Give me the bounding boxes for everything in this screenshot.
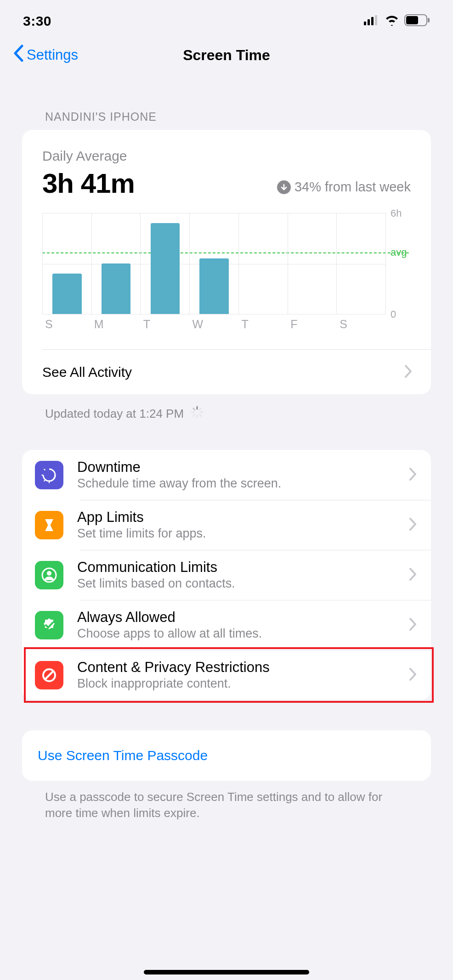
xtick: W (190, 318, 239, 331)
svg-rect-2 (371, 17, 374, 25)
chevron-right-icon (409, 567, 417, 583)
content-privacy-row[interactable]: Content & Privacy RestrictionsBlock inap… (35, 650, 431, 700)
page-title: Screen Time (0, 47, 453, 64)
svg-line-19 (44, 469, 45, 470)
row-subtitle: Set time limits for apps. (77, 526, 395, 541)
row-subtitle: Block inappropriate content. (77, 677, 395, 691)
updated-text: Updated today at 1:24 PM (45, 407, 184, 421)
row-title: Communication Limits (77, 559, 395, 576)
row-text: App LimitsSet time limits for apps. (77, 509, 395, 541)
svg-rect-6 (428, 18, 430, 22)
bar (199, 258, 228, 314)
svg-rect-1 (368, 19, 370, 25)
content-privacy-icon (35, 661, 63, 689)
svg-rect-5 (406, 16, 418, 24)
row-text: DowntimeSchedule time away from the scre… (77, 459, 395, 491)
row-subtitle: Schedule time away from the screen. (77, 476, 395, 491)
row-title: Downtime (77, 459, 395, 476)
xtick: M (91, 318, 141, 331)
status-icons (364, 14, 430, 28)
trend-block: 34% from last week (277, 179, 411, 199)
row-text: Communication LimitsSet limits based on … (77, 559, 395, 591)
svg-line-10 (199, 414, 201, 416)
arrow-down-icon (277, 180, 291, 194)
always-allowed-icon (35, 611, 63, 639)
svg-line-23 (45, 671, 53, 679)
row-text: Content & Privacy RestrictionsBlock inap… (77, 659, 395, 691)
xtick: T (141, 318, 190, 331)
always-allowed-row[interactable]: Always AllowedChoose apps to allow at al… (35, 600, 431, 650)
row-subtitle: Set limits based on contacts. (77, 577, 395, 591)
bar-slot (336, 213, 386, 314)
trend-text: 34% from last week (294, 179, 411, 195)
row-subtitle: Choose apps to allow at all times. (77, 627, 395, 641)
chevron-right-icon (409, 667, 417, 683)
chevron-right-icon (409, 517, 417, 533)
bar-slot (189, 213, 238, 314)
passcode-footer: Use a passcode to secure Screen Time set… (22, 781, 431, 821)
spinner-icon (190, 405, 204, 422)
status-bar: 3:30 (0, 0, 453, 37)
svg-point-21 (47, 571, 51, 576)
bar (102, 263, 130, 314)
chevron-right-icon (409, 467, 417, 483)
status-time: 3:30 (23, 13, 51, 29)
svg-line-12 (193, 414, 195, 416)
cellular-icon (364, 15, 379, 27)
see-all-label: See All Activity (42, 364, 404, 380)
updated-row: Updated today at 1:24 PM (22, 394, 431, 422)
svg-rect-3 (375, 15, 377, 25)
device-header: NANDINI'S IPHONE (22, 73, 431, 130)
xtick: S (42, 318, 91, 331)
bar-slot (91, 213, 141, 314)
ytick: 6h (391, 207, 402, 219)
home-indicator[interactable] (144, 970, 309, 974)
bar-slot (238, 213, 288, 314)
daily-average-value: 3h 41m (42, 168, 135, 199)
wifi-icon (385, 15, 399, 28)
xtick: F (288, 318, 337, 331)
usage-summary-card[interactable]: Daily Average 3h 41m 34% from last week … (22, 130, 431, 394)
nav-header: Settings Screen Time (0, 37, 453, 73)
daily-average-label: Daily Average (42, 148, 411, 164)
svg-line-14 (193, 409, 195, 410)
bar (52, 274, 81, 314)
row-text: Always AllowedChoose apps to allow at al… (77, 609, 395, 641)
downtime-row[interactable]: DowntimeSchedule time away from the scre… (35, 450, 431, 500)
use-passcode-button[interactable]: Use Screen Time Passcode (38, 730, 415, 781)
svg-rect-0 (364, 22, 366, 25)
app-limits-icon (35, 511, 63, 539)
bar-slot (140, 213, 189, 314)
chevron-right-icon (409, 617, 417, 633)
communication-limits-row[interactable]: Communication LimitsSet limits based on … (35, 550, 431, 600)
app-limits-row[interactable]: App LimitsSet time limits for apps. (35, 500, 431, 550)
row-title: Content & Privacy Restrictions (77, 659, 395, 676)
bar-slot (42, 213, 91, 314)
ytick: 0 (391, 308, 396, 320)
limits-card: DowntimeSchedule time away from the scre… (22, 450, 431, 700)
svg-line-17 (44, 480, 45, 481)
bar-slot (288, 213, 337, 314)
communication-limits-icon (35, 561, 63, 589)
xtick: T (238, 318, 288, 331)
passcode-card: Use Screen Time Passcode (22, 730, 431, 781)
row-title: Always Allowed (77, 609, 395, 626)
xtick: S (337, 318, 386, 331)
bar-chart: avg 6h0 (42, 213, 411, 314)
svg-line-8 (199, 409, 201, 410)
bar (151, 223, 180, 314)
row-title: App Limits (77, 509, 395, 526)
battery-icon (404, 14, 430, 28)
downtime-icon (35, 461, 63, 489)
see-all-activity-row[interactable]: See All Activity (42, 349, 431, 394)
chevron-right-icon (404, 364, 413, 380)
